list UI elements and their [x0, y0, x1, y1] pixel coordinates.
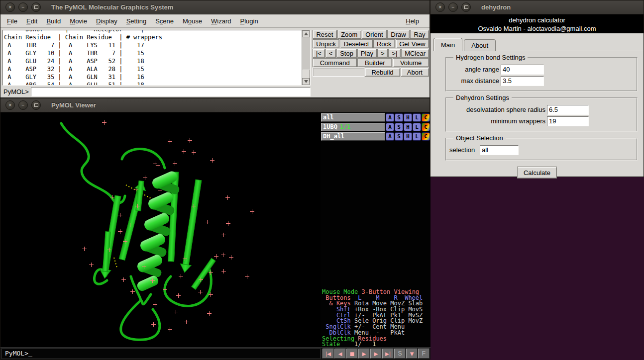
angle-range-field[interactable]	[501, 65, 544, 75]
toolbar-builder[interactable]: Builder	[357, 58, 392, 67]
command-input[interactable]	[31, 87, 311, 96]
console-scrollbar[interactable]	[302, 30, 310, 85]
toolbar-rock[interactable]: Rock	[373, 39, 395, 48]
menu-plugin[interactable]: Plugin	[236, 16, 263, 26]
toolbar-[interactable]: >	[377, 49, 388, 58]
toolbar-[interactable]: >|	[388, 49, 401, 58]
object-name[interactable]: all	[321, 113, 385, 122]
object-s-button[interactable]: S	[395, 123, 403, 131]
object-c-button[interactable]: C	[422, 113, 430, 122]
object-a-button[interactable]: A	[386, 123, 394, 131]
menubar: FileEditBuildMovieDisplaySettingSceneMou…	[0, 14, 429, 28]
object-c-button[interactable]: C	[422, 132, 430, 141]
toolbar-rebuild[interactable]: Rebuild	[365, 68, 400, 77]
playback-step-forward-button[interactable]: ▶	[370, 349, 382, 359]
maximize-icon[interactable]	[461, 2, 471, 12]
water-cross-icon	[158, 188, 162, 192]
minimum-wrappers-field[interactable]	[547, 116, 589, 126]
toolbar-unpick[interactable]: Unpick	[313, 39, 339, 48]
object-name[interactable]: DH_all	[321, 132, 385, 141]
toolbar-deselect[interactable]: Deselect	[340, 39, 372, 48]
close-icon[interactable]: ×	[5, 2, 15, 12]
close-icon[interactable]: ×	[435, 2, 445, 12]
maximize-icon[interactable]	[31, 2, 41, 12]
object-l-button[interactable]: L	[413, 113, 421, 122]
object-a-button[interactable]: A	[386, 113, 394, 122]
playback-scene-loop-button[interactable]: S	[394, 349, 406, 359]
menu-wizard[interactable]: Wizard	[207, 16, 235, 26]
toolbar-stop[interactable]: Stop	[336, 49, 357, 58]
menu-scene[interactable]: Scene	[151, 16, 178, 26]
playback-step-back-button[interactable]: ◀	[334, 349, 346, 359]
maximize-icon[interactable]	[31, 100, 41, 110]
object-l-button[interactable]: L	[413, 132, 421, 141]
playback-stop-button[interactable]: ■	[346, 349, 358, 359]
max-distance-label: max distance	[449, 77, 499, 85]
menu-movie[interactable]: Movie	[65, 16, 92, 26]
calculate-button[interactable]: Calculate	[517, 167, 557, 179]
toolbar-[interactable]: |<	[313, 49, 325, 58]
window-title: The PyMOL Molecular Graphics System	[51, 3, 173, 11]
toolbar-draw[interactable]: Draw	[387, 30, 410, 39]
water-cross-icon	[121, 277, 126, 282]
menu-edit[interactable]: Edit	[22, 16, 42, 26]
toolbar-orient[interactable]: Orient	[362, 30, 387, 39]
water-cross-icon	[221, 233, 226, 237]
toolbar-reset[interactable]: Reset	[313, 30, 337, 39]
tab-about[interactable]: About	[464, 39, 496, 51]
toolbar-[interactable]: <	[325, 49, 336, 58]
toolbar-zoom[interactable]: Zoom	[337, 30, 361, 39]
scroll-up-icon[interactable]	[302, 30, 310, 37]
max-distance-field[interactable]	[501, 76, 544, 86]
water-cross-icon	[245, 274, 249, 279]
toolbar-play[interactable]: Play	[357, 49, 377, 58]
tab-content: Hydrogen bond Settings angle range max d…	[430, 51, 644, 179]
playback-end-button[interactable]: ▶|	[382, 349, 394, 359]
object-c-button[interactable]: C	[422, 123, 430, 131]
object-h-button[interactable]: H	[404, 123, 412, 131]
toolbar-get-view[interactable]: Get View	[396, 39, 429, 48]
playback-rewind-button[interactable]: |◀	[322, 349, 334, 359]
menu-help[interactable]: Help	[401, 16, 424, 26]
toolbar-abort[interactable]: Abort	[401, 68, 429, 77]
viewer-titlebar[interactable]: × − PyMOL Viewer	[0, 98, 429, 112]
tab-main[interactable]: Main	[433, 38, 462, 51]
playback-menu-button[interactable]: ▼	[406, 349, 418, 359]
menu-file[interactable]: File	[2, 16, 22, 26]
water-cross-icon	[183, 257, 187, 261]
object-name[interactable]: 1UBQ1/1	[321, 123, 385, 131]
molecular-viewport[interactable]	[0, 112, 321, 349]
menu-build[interactable]: Build	[42, 16, 65, 26]
menu-setting[interactable]: Setting	[122, 16, 151, 26]
group-title: Hydrogen bond Settings	[453, 54, 528, 61]
toolbar-mclear[interactable]: MClear	[401, 49, 429, 58]
playback-full-screen-button[interactable]: F	[418, 349, 429, 359]
water-cross-icon	[128, 223, 132, 227]
water-cross-icon	[179, 274, 183, 278]
toolbar-ray[interactable]: Ray	[410, 30, 429, 39]
object-a-button[interactable]: A	[386, 132, 394, 141]
object-panel: allASHLC1UBQ1/1ASHLCDH_allASHLC Mouse Mo…	[321, 112, 430, 349]
playback-play-button[interactable]: ▶	[358, 349, 370, 359]
object-h-button[interactable]: H	[404, 132, 412, 141]
selection-field[interactable]	[480, 145, 519, 155]
desolvatation-radius-field[interactable]	[547, 105, 589, 115]
object-h-button[interactable]: H	[404, 113, 412, 122]
window-title: dehydron	[481, 3, 511, 11]
object-l-button[interactable]: L	[413, 123, 421, 131]
minimize-icon[interactable]: −	[18, 2, 28, 12]
toolbar-volume[interactable]: Volume	[393, 58, 429, 67]
toolbar-command[interactable]: Command	[313, 58, 357, 67]
viewer-prompt[interactable]: PyMOL>_	[1, 348, 321, 359]
scroll-down-icon[interactable]	[302, 78, 310, 85]
menu-display[interactable]: Display	[92, 16, 122, 26]
close-icon[interactable]: ×	[5, 100, 15, 110]
object-s-button[interactable]: S	[395, 113, 403, 122]
minimize-icon[interactable]: −	[18, 100, 28, 110]
dehydron-titlebar[interactable]: × − dehydron	[430, 0, 644, 14]
minimize-icon[interactable]: −	[448, 2, 458, 12]
main-titlebar[interactable]: × − The PyMOL Molecular Graphics System	[0, 0, 429, 14]
object-s-button[interactable]: S	[395, 132, 403, 141]
menu-mouse[interactable]: Mouse	[178, 16, 207, 26]
prompt-label: PyMOL>	[2, 88, 31, 95]
